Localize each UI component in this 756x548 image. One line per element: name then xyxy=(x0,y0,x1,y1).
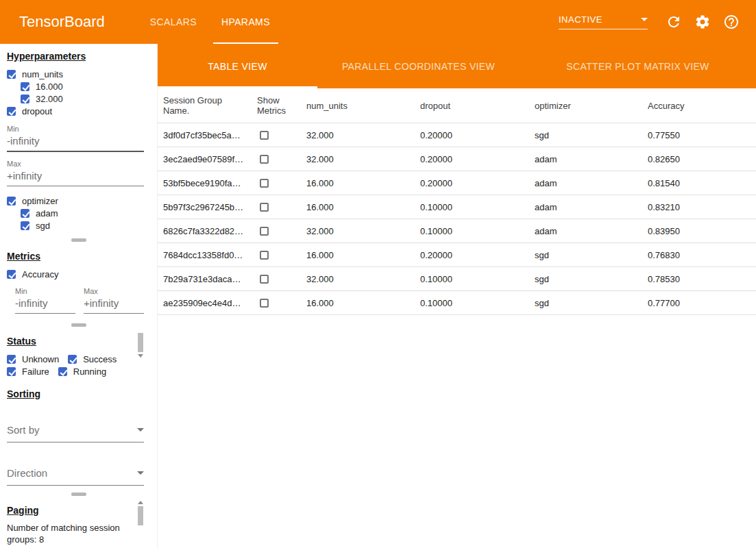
drag-handle[interactable] xyxy=(71,238,86,242)
dropout-max-input[interactable] xyxy=(7,168,144,186)
scroll-up-icon[interactable] xyxy=(138,501,143,504)
show-metrics-cell xyxy=(257,251,306,260)
status-running-checkbox[interactable] xyxy=(58,367,67,376)
sort-by-select[interactable]: Sort by xyxy=(7,421,144,443)
status-item-running: Running xyxy=(58,365,106,377)
hparam-row-optimizer: optimizer xyxy=(7,195,150,207)
section-splitter xyxy=(0,236,157,244)
status-success-checkbox[interactable] xyxy=(68,355,77,364)
show-metrics-checkbox[interactable] xyxy=(260,203,269,212)
num-units-value: 32.000 xyxy=(306,226,420,236)
show-metrics-checkbox[interactable] xyxy=(260,179,269,188)
session-group-name: 7684dcc13358fd0… xyxy=(158,250,257,260)
num-units-value: 16.000 xyxy=(306,178,420,188)
hparams-main: TABLE VIEW PARALLEL COORDINATES VIEW SCA… xyxy=(158,44,756,548)
accuracy-value: 0.81540 xyxy=(648,178,756,188)
session-group-name: ae235909ec4e4d… xyxy=(158,298,257,308)
direction-select[interactable]: Direction xyxy=(7,464,144,486)
dropout-checkbox[interactable] xyxy=(7,107,16,116)
num-units-32-checkbox[interactable] xyxy=(21,95,29,103)
app-title: TensorBoard xyxy=(0,13,105,31)
status-item-success: Success xyxy=(68,353,117,365)
num-units-32-label: 32.000 xyxy=(36,94,63,104)
optimizer-sgd-checkbox[interactable] xyxy=(21,221,29,230)
section-splitter xyxy=(0,321,157,329)
dropout-value: 0.20000 xyxy=(420,154,535,164)
status-running-label: Running xyxy=(73,366,106,377)
status-heading: Status xyxy=(7,336,150,347)
show-metrics-checkbox[interactable] xyxy=(260,227,269,236)
help-button[interactable] xyxy=(723,14,740,30)
hparam-value-row: 32.000 xyxy=(21,92,150,105)
session-group-name: 6826c7fa3322d82… xyxy=(158,226,257,236)
optimizer-value: sgd xyxy=(535,298,648,308)
session-group-table: Session Group Name. Show Metrics num_uni… xyxy=(158,88,756,315)
show-metrics-checkbox[interactable] xyxy=(260,251,269,260)
hparam-row-num-units: num_units xyxy=(7,68,150,80)
show-metrics-checkbox[interactable] xyxy=(260,155,269,164)
nav-tab-scalars[interactable]: SCALARS xyxy=(138,0,209,44)
optimizer-value: adam xyxy=(535,154,648,164)
app-toolbar: TensorBoard SCALARS HPARAMS INACTIVE xyxy=(0,0,756,44)
col-show-metrics: Show Metrics xyxy=(257,95,306,116)
scroll-down-icon[interactable] xyxy=(138,354,143,358)
reload-interval-select[interactable]: INACTIVE xyxy=(559,14,648,29)
metrics-section: Metrics Accuracy Min Max xyxy=(0,244,157,321)
tab-table-view[interactable]: TABLE VIEW xyxy=(158,44,317,88)
col-num-units: num_units xyxy=(306,101,420,111)
show-metrics-checkbox[interactable] xyxy=(260,131,269,140)
optimizer-value: adam xyxy=(535,178,648,188)
table-row: 7b29a731e3daca… 32.000 0.10000 sgd 0.785… xyxy=(158,267,756,291)
tab-parallel-coordinates-view[interactable]: PARALLEL COORDINATES VIEW xyxy=(317,44,520,88)
refresh-icon xyxy=(666,14,682,30)
status-unknown-checkbox[interactable] xyxy=(7,355,16,364)
dropout-min-input[interactable] xyxy=(7,133,144,152)
scrollbar-thumb[interactable] xyxy=(138,333,143,352)
optimizer-label: optimizer xyxy=(22,196,58,206)
dropout-min-label: Min xyxy=(7,125,150,133)
matching-groups-count: Number of matching session groups: 8 xyxy=(7,522,138,545)
chevron-down-icon xyxy=(137,428,144,432)
accuracy-value: 0.82650 xyxy=(648,154,756,164)
paging-heading: Paging xyxy=(7,505,150,516)
show-metrics-checkbox[interactable] xyxy=(260,299,269,308)
main-nav-tabs: SCALARS HPARAMS xyxy=(138,0,282,44)
hparam-value-row: sgd xyxy=(21,219,150,232)
col-accuracy: Accuracy xyxy=(648,101,756,111)
accuracy-value: 0.83210 xyxy=(648,202,756,212)
status-options: Unknown Success Failure Running xyxy=(7,353,138,377)
num-units-value: 32.000 xyxy=(306,154,420,164)
optimizer-checkbox[interactable] xyxy=(7,197,16,206)
table-row: 53bf5bece9190fa… 16.000 0.20000 adam 0.8… xyxy=(158,171,756,195)
show-metrics-checkbox[interactable] xyxy=(260,275,269,284)
hyperparameters-heading: Hyperparameters xyxy=(7,51,150,62)
refresh-button[interactable] xyxy=(666,14,682,30)
accuracy-max-input[interactable] xyxy=(84,295,144,314)
num-units-16-checkbox[interactable] xyxy=(21,82,29,91)
show-metrics-cell xyxy=(257,131,306,140)
view-tabs: TABLE VIEW PARALLEL COORDINATES VIEW SCA… xyxy=(158,44,756,88)
accuracy-checkbox[interactable] xyxy=(7,270,16,279)
optimizer-adam-checkbox[interactable] xyxy=(21,209,29,218)
status-failure-label: Failure xyxy=(22,366,49,377)
tab-scatter-plot-matrix-view[interactable]: SCATTER PLOT MATRIX VIEW xyxy=(520,44,756,88)
section-splitter xyxy=(0,490,157,498)
drag-handle[interactable] xyxy=(71,323,86,327)
scrollbar-thumb[interactable] xyxy=(138,506,143,525)
sorting-section: Sorting Sort by Direction xyxy=(0,382,157,490)
chevron-down-icon xyxy=(137,471,144,475)
nav-tab-hparams[interactable]: HPARAMS xyxy=(209,0,282,44)
status-failure-checkbox[interactable] xyxy=(7,367,16,376)
reload-interval-value: INACTIVE xyxy=(559,14,602,25)
settings-gear-icon xyxy=(694,14,711,30)
num-units-value: 32.000 xyxy=(306,274,420,284)
accuracy-min-input[interactable] xyxy=(15,295,75,314)
drag-handle[interactable] xyxy=(71,493,86,496)
settings-button[interactable] xyxy=(694,14,711,30)
accuracy-value: 0.78530 xyxy=(648,274,756,284)
num-units-label: num_units xyxy=(22,69,63,79)
table-row: 3df0d7cf35bec5a… 32.000 0.20000 sgd 0.77… xyxy=(158,123,756,147)
dropout-value: 0.10000 xyxy=(420,298,535,308)
num-units-checkbox[interactable] xyxy=(7,70,16,79)
table-row: 6826c7fa3322d82… 32.000 0.10000 adam 0.8… xyxy=(158,219,756,243)
